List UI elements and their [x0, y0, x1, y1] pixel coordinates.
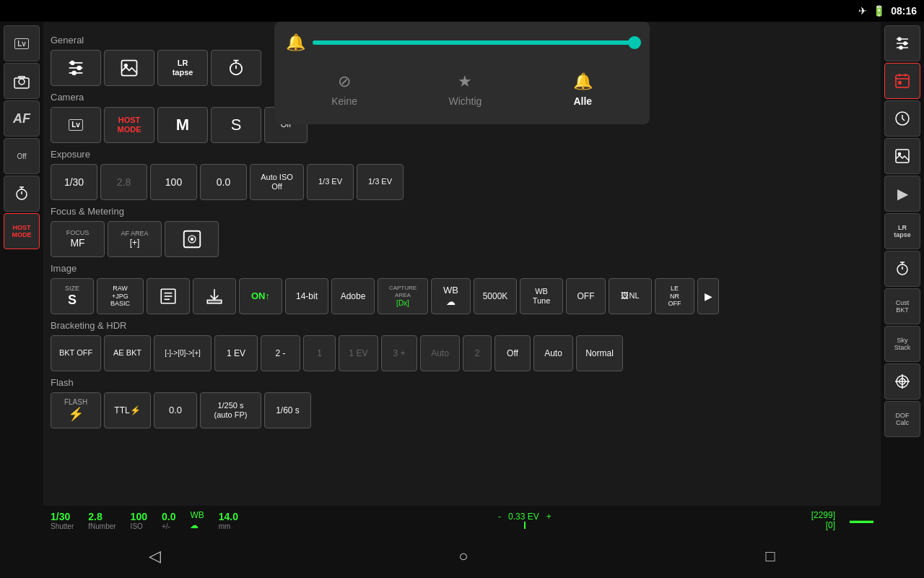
general-image-btn[interactable] [104, 50, 154, 86]
flash-fp-btn[interactable]: 1/60 s [264, 392, 311, 428]
colorspace-btn[interactable]: Adobe [331, 278, 375, 314]
focus-row: FOCUS MF AF AREA [+] [51, 221, 873, 257]
focus-mode-btn[interactable]: FOCUS MF [51, 221, 105, 257]
notif-wichtig-option[interactable]: ★ Wichtig [434, 66, 496, 113]
bkt-auto-btn[interactable]: Auto [533, 335, 573, 371]
raw-label: RAW+JPGBASIC [110, 285, 130, 308]
image-more-btn[interactable]: ▶ [697, 278, 719, 314]
camera-m-btn[interactable]: M [157, 107, 208, 143]
custbkt-right-btn[interactable]: CustBKT [884, 288, 920, 324]
target-right-btn[interactable] [884, 363, 920, 400]
hostmode-sidebar-btn[interactable]: HOSTMODE [4, 213, 40, 249]
bkt-d3-btn[interactable]: 3 + [381, 335, 417, 371]
bkt-off2-btn[interactable]: Off [494, 335, 531, 371]
flash-ev-btn[interactable]: 0.0 [154, 392, 197, 428]
capture-area-btn[interactable]: CAPTUREAREA [Dx] [378, 278, 428, 314]
off-sidebar-btn[interactable]: Off [4, 138, 40, 174]
selftimer-icon [894, 260, 911, 277]
camera-s-btn[interactable]: S [211, 107, 261, 143]
camera-hostmode-btn[interactable]: HOSTMODE [104, 107, 154, 143]
flash-icon: ⚡ [68, 407, 84, 423]
bkt-d5-btn[interactable]: 2 [463, 335, 492, 371]
autoiso-btn[interactable]: Auto ISOOff [250, 164, 304, 200]
ae-bkt-btn[interactable]: AE BKT [104, 335, 151, 371]
general-lrtapse-btn[interactable]: LRtapse [157, 50, 208, 86]
iso-val: 100 [131, 511, 147, 522]
play-right-btn[interactable]: ▶ [884, 176, 920, 212]
profile-btn[interactable] [147, 278, 190, 314]
bkt-d4-btn[interactable]: Auto [420, 335, 460, 371]
general-timer-btn[interactable] [211, 50, 261, 86]
lrtapse-right-btn[interactable]: LRtapse [884, 213, 920, 249]
notif-volume-slider[interactable] [313, 40, 638, 45]
camera-hostmode-label: HOSTMODE [118, 116, 141, 134]
lenr-btn[interactable]: LENROFF [655, 278, 694, 314]
timer-sidebar-btn[interactable] [4, 176, 40, 212]
ev-comp-btn[interactable]: 0.0 [200, 164, 247, 200]
home-nav-btn[interactable]: ○ [458, 547, 468, 566]
notif-keine-icon: ⊘ [338, 72, 351, 91]
ev-step1-label: 1/3 EV [318, 177, 342, 186]
timer-icon [13, 185, 30, 202]
clock-display: 08:16 [891, 5, 917, 17]
lv-sidebar-btn[interactable]: Lv [4, 25, 40, 61]
skystack-right-btn[interactable]: SkyStack [884, 326, 920, 362]
bkt-step-btn[interactable]: 1 EV [214, 335, 258, 371]
svg-point-29 [125, 64, 128, 67]
bitdepth-btn[interactable]: 14-bit [285, 278, 328, 314]
dofcalc-right-btn[interactable]: DOFCalc [884, 401, 920, 437]
af-sidebar-btn[interactable]: AF [4, 100, 40, 137]
raw-btn[interactable]: RAW+JPGBASIC [97, 278, 144, 314]
on-btn[interactable]: ON↑ [239, 278, 282, 314]
bkt-normal-btn[interactable]: Normal [576, 335, 623, 371]
bkt-d2-btn[interactable]: 1 EV [339, 335, 378, 371]
ev-step1-btn[interactable]: 1/3 EV [307, 164, 354, 200]
af-area-top: AF AREA [121, 230, 148, 238]
aperture-btn[interactable]: 2.8 [100, 164, 147, 200]
ttl-btn[interactable]: TTL⚡ [104, 392, 151, 428]
recent-nav-btn[interactable]: □ [766, 547, 775, 566]
calendar-right-btn[interactable] [884, 63, 920, 99]
general-settings-btn[interactable] [51, 50, 101, 86]
sliders-btn[interactable] [884, 25, 920, 61]
bkt-off-btn[interactable]: BKT OFF [51, 335, 101, 371]
piccontrol-btn[interactable]: 🖼NL [609, 278, 652, 314]
bkt-d1-btn[interactable]: 1 [303, 335, 336, 371]
notif-keine-option[interactable]: ⊘ Keine [317, 66, 372, 113]
notif-wichtig-label: Wichtig [448, 95, 481, 107]
camera-sidebar-btn[interactable] [4, 63, 40, 99]
wb-tune-btn[interactable]: WBTune [520, 278, 563, 314]
bkt-order-btn[interactable]: [-]->[0]->[+] [154, 335, 212, 371]
left-sidebar: Lv AF Off HOSTMODE [0, 22, 43, 556]
focus-mf-label: MF [70, 237, 84, 249]
iso-btn[interactable]: 100 [150, 164, 197, 200]
iso-lbl: ISO [131, 522, 143, 530]
shutter-lbl: Shutter [51, 522, 74, 530]
ev-step2-btn[interactable]: 1/3 EV [357, 164, 404, 200]
camera-lv-btn[interactable]: Lv [51, 107, 101, 143]
general-timer-icon [226, 58, 246, 78]
profile-icon [159, 287, 178, 306]
back-nav-btn[interactable]: ◁ [149, 547, 161, 566]
image-right-btn[interactable] [884, 138, 920, 174]
clock-right-btn[interactable] [884, 100, 920, 137]
shutter-btn[interactable]: 1/30 [51, 164, 97, 200]
wb-temp-btn[interactable]: 5000K [474, 278, 517, 314]
af-area-btn[interactable]: AF AREA [+] [108, 221, 162, 257]
size-btn[interactable]: SIZE S [51, 278, 94, 314]
ev-val: 0.0 [162, 511, 175, 522]
play-icon: ▶ [897, 185, 908, 202]
flash-mode-btn[interactable]: FLASH ⚡ [51, 392, 101, 428]
download-btn[interactable] [193, 278, 236, 314]
iso-label: 100 [165, 176, 182, 189]
flash-sync-btn[interactable]: 1/250 s(auto FP) [200, 392, 261, 428]
vr-btn[interactable]: OFF [566, 278, 606, 314]
bkt-order-label: [-]->[0]->[+] [165, 349, 201, 358]
bkt-num-btn[interactable]: 2 - [261, 335, 300, 371]
notif-alle-option[interactable]: 🔔 Alle [559, 66, 607, 113]
ev-indicator: - 0.33 EV + [253, 512, 797, 529]
metering-btn[interactable] [165, 221, 219, 257]
selftimer-right-btn[interactable] [884, 251, 920, 287]
wb-btn[interactable]: WB ☁ [431, 278, 471, 314]
svg-point-16 [899, 153, 901, 155]
